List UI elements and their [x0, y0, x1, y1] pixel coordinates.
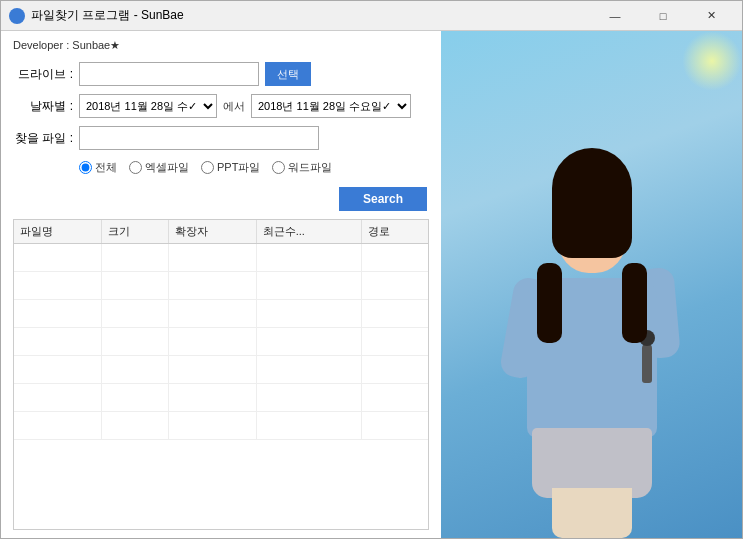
file-input[interactable]	[79, 126, 319, 150]
form-section: 드라이브 : 선택 날짜별 : 2018년 11월 28일 수✓ 에서 2018…	[13, 62, 429, 211]
radio-ppt-label: PPT파일	[217, 160, 260, 175]
radio-word-label: 워드파일	[288, 160, 332, 175]
table-row	[14, 300, 428, 328]
radio-row: 전체 엑셀파일 PPT파일 워드파일	[79, 160, 429, 175]
table-row	[14, 244, 428, 272]
hair-side-right	[622, 263, 647, 343]
select-button[interactable]: 선택	[265, 62, 311, 86]
radio-excel[interactable]: 엑셀파일	[129, 160, 189, 175]
col-path: 경로	[362, 220, 428, 244]
hair-side-left	[537, 263, 562, 343]
microphone	[642, 343, 652, 383]
table-row	[14, 384, 428, 412]
table-row	[14, 328, 428, 356]
drive-input[interactable]	[79, 62, 259, 86]
maximize-button[interactable]: □	[640, 1, 686, 31]
app-window: 파일찾기 프로그램 - SunBae — □ ✕ Developer : Sun…	[0, 0, 743, 539]
minimize-button[interactable]: —	[592, 1, 638, 31]
radio-word[interactable]: 워드파일	[272, 160, 332, 175]
drive-label: 드라이브 :	[13, 66, 73, 83]
radio-ppt[interactable]: PPT파일	[201, 160, 260, 175]
close-button[interactable]: ✕	[688, 1, 734, 31]
col-size: 크기	[101, 220, 168, 244]
window-body: Developer : Sunbae★ 드라이브 : 선택 날짜별 : 2018…	[1, 31, 742, 538]
window-title: 파일찾기 프로그램 - SunBae	[31, 7, 592, 24]
radio-all[interactable]: 전체	[79, 160, 117, 175]
date-between-label: 에서	[223, 99, 245, 114]
right-panel	[441, 31, 742, 538]
hair	[552, 148, 632, 258]
search-btn-row: Search	[13, 187, 429, 211]
file-row: 찾을 파일 :	[13, 126, 429, 150]
left-panel: Developer : Sunbae★ 드라이브 : 선택 날짜별 : 2018…	[1, 31, 441, 538]
col-recent: 최근수...	[256, 220, 362, 244]
date-label: 날짜별 :	[13, 98, 73, 115]
col-extension: 확장자	[168, 220, 256, 244]
window-controls: — □ ✕	[592, 1, 734, 31]
table-row	[14, 356, 428, 384]
search-button[interactable]: Search	[339, 187, 427, 211]
radio-excel-label: 엑셀파일	[145, 160, 189, 175]
table-row	[14, 272, 428, 300]
drive-row: 드라이브 : 선택	[13, 62, 429, 86]
app-icon	[9, 8, 25, 24]
col-filename: 파일명	[14, 220, 101, 244]
results-table-section: 파일명 크기 확장자 최근수... 경로	[13, 219, 429, 530]
results-table: 파일명 크기 확장자 최근수... 경로	[14, 220, 428, 440]
table-header-row: 파일명 크기 확장자 최근수... 경로	[14, 220, 428, 244]
title-bar: 파일찾기 프로그램 - SunBae — □ ✕	[1, 1, 742, 31]
developer-label: Developer : Sunbae★	[13, 39, 429, 52]
stage-lights	[682, 31, 742, 91]
date-to-select[interactable]: 2018년 11월 28일 수요일✓	[251, 94, 411, 118]
photo-area	[441, 31, 742, 538]
date-from-select[interactable]: 2018년 11월 28일 수✓	[79, 94, 217, 118]
radio-all-label: 전체	[95, 160, 117, 175]
legs	[552, 488, 632, 538]
file-label: 찾을 파일 :	[13, 130, 73, 147]
date-row: 날짜별 : 2018년 11월 28일 수✓ 에서 2018년 11월 28일 …	[13, 94, 429, 118]
table-row	[14, 412, 428, 440]
